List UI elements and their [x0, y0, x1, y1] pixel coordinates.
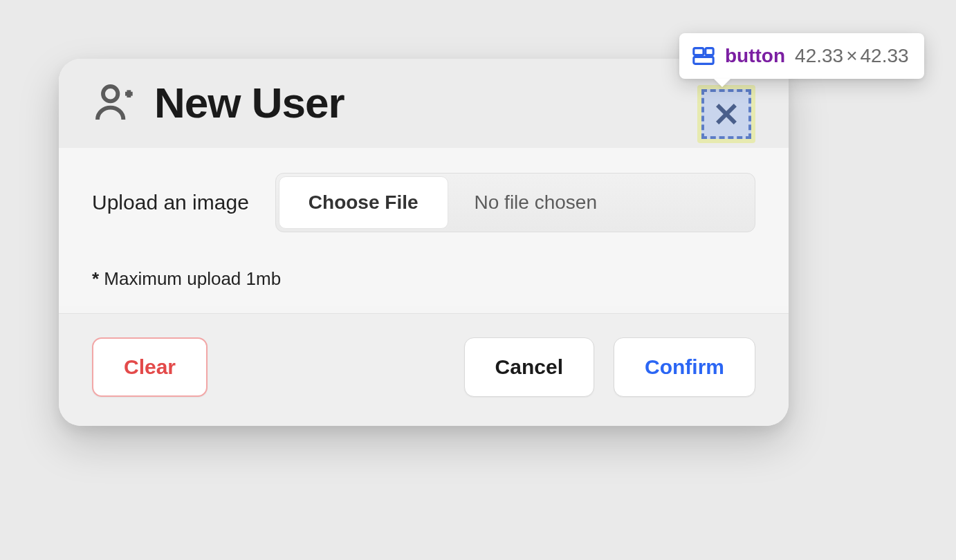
dialog-body: Upload an image Choose File No file chos…	[59, 148, 789, 306]
user-plus-icon	[92, 81, 136, 125]
file-input[interactable]: Choose File No file chosen	[275, 173, 755, 232]
devtools-inspector-tooltip: button 42.33×42.33	[679, 33, 924, 79]
upload-label: Upload an image	[92, 191, 249, 214]
choose-file-button[interactable]: Choose File	[279, 176, 448, 229]
inspector-times: ×	[843, 45, 860, 66]
svg-rect-0	[694, 48, 704, 55]
dialog-footer: Clear Cancel Confirm	[59, 313, 789, 426]
svg-point-3	[103, 86, 118, 101]
new-user-dialog: New User Upload an image Choose File No …	[59, 59, 789, 426]
clear-button[interactable]: Clear	[92, 337, 208, 397]
grid-icon	[692, 44, 715, 68]
note-asterisk: *	[92, 268, 99, 289]
svg-rect-2	[694, 57, 713, 64]
inspector-element-name: button	[725, 45, 785, 67]
cancel-button[interactable]: Cancel	[464, 337, 594, 397]
upload-note: * Maximum upload 1mb	[92, 268, 755, 290]
inspector-width: 42.33	[795, 45, 843, 66]
upload-row: Upload an image Choose File No file chos…	[92, 173, 755, 232]
inspector-dimensions: 42.33×42.33	[795, 45, 909, 67]
dialog-title: New User	[154, 78, 344, 127]
svg-rect-1	[706, 48, 713, 55]
confirm-button[interactable]: Confirm	[614, 337, 755, 397]
close-button-highlight	[701, 89, 751, 139]
close-icon	[711, 99, 742, 129]
footer-right-group: Cancel Confirm	[464, 337, 755, 397]
dialog-title-wrap: New User	[92, 78, 344, 127]
inspector-height: 42.33	[861, 45, 909, 66]
close-button[interactable]	[697, 85, 755, 143]
file-status-text: No file chosen	[451, 174, 621, 232]
note-text: Maximum upload 1mb	[99, 268, 281, 289]
